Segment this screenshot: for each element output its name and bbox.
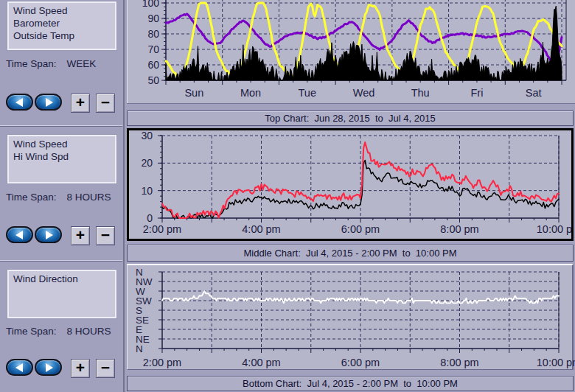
plus-icon: + [76, 226, 85, 243]
plus-icon: + [76, 359, 85, 376]
top-chart-svg: 5060708090100SunMonTueWedThuFriSat [127, 0, 575, 103]
svg-text:Sat: Sat [526, 87, 542, 99]
right-arrow-icon [46, 98, 53, 107]
timespan-value: 8 HOURS [67, 192, 111, 203]
list-item[interactable]: Outside Temp [13, 29, 115, 42]
minus-icon: − [101, 359, 110, 376]
scroll-left-button[interactable] [6, 226, 33, 243]
svg-text:4:00 pm: 4:00 pm [242, 357, 280, 368]
svg-text:2:00 pm: 2:00 pm [143, 357, 181, 368]
list-item[interactable]: Wind Speed [13, 138, 115, 150]
scroll-left-button[interactable] [6, 94, 33, 111]
list-item[interactable]: Wind Speed [13, 4, 115, 17]
top-chart-caption: Top Chart: Jun 28, 2015 to Jul 4, 2015 [127, 111, 574, 126]
svg-text:Wed: Wed [353, 87, 375, 99]
svg-text:80: 80 [147, 28, 159, 40]
svg-text:30: 30 [141, 130, 153, 141]
scroll-right-button[interactable] [35, 359, 62, 376]
list-item[interactable]: Wind Direction [13, 273, 115, 285]
svg-text:N: N [136, 343, 143, 354]
zoom-out-button[interactable]: − [96, 226, 115, 245]
minus-icon: − [101, 226, 110, 243]
svg-text:Mon: Mon [240, 87, 261, 99]
left-arrow-icon [15, 231, 23, 239]
vertical-divider [123, 0, 125, 392]
left-arrow-icon [15, 363, 23, 372]
left-arrow-icon [15, 98, 23, 107]
svg-text:10:00 pm: 10:00 pm [537, 223, 571, 235]
top-chart-series-list[interactable]: Wind Speed Barometer Outside Temp [7, 1, 116, 50]
middle-chart-svg: 01020302:00 pm4:00 pm6:00 pm8:00 pm10:00… [129, 130, 571, 239]
bottom-chart-caption: Bottom Chart: Jul 4, 2015 - 2:00 PM to 1… [127, 376, 574, 391]
plus-icon: + [76, 94, 85, 111]
svg-text:90: 90 [147, 13, 159, 24]
svg-text:100: 100 [142, 0, 160, 9]
scroll-right-button[interactable] [35, 94, 62, 111]
svg-text:Sun: Sun [184, 87, 203, 99]
minus-icon: − [101, 94, 110, 111]
scroll-right-button[interactable] [35, 226, 62, 243]
zoom-in-button[interactable]: + [71, 359, 90, 378]
svg-text:Tue: Tue [299, 87, 316, 99]
svg-text:6:00 pm: 6:00 pm [341, 357, 380, 368]
list-item[interactable]: Barometer [13, 17, 115, 29]
right-arrow-icon [46, 231, 53, 239]
svg-text:20: 20 [141, 157, 153, 169]
zoom-in-button[interactable]: + [71, 94, 90, 113]
timespan-value: 8 HOURS [67, 326, 111, 337]
right-arrow-icon [46, 363, 53, 372]
middle-chart-series-list[interactable]: Wind Speed Hi Wind Spd [7, 135, 116, 183]
timespan-value: WEEK [67, 58, 97, 69]
svg-text:8:00 pm: 8:00 pm [440, 357, 478, 368]
middle-chart-caption: Middle Chart: Jul 4, 2015 - 2:00 PM to 1… [127, 245, 574, 262]
svg-text:10:00 pm: 10:00 pm [537, 357, 575, 368]
svg-text:70: 70 [147, 43, 159, 55]
divider [0, 261, 122, 262]
svg-text:6:00 pm: 6:00 pm [341, 223, 380, 235]
divider [0, 126, 122, 127]
svg-text:4:00 pm: 4:00 pm [242, 223, 280, 235]
zoom-out-button[interactable]: − [96, 94, 115, 113]
svg-text:50: 50 [147, 74, 159, 86]
zoom-in-button[interactable]: + [71, 226, 90, 245]
zoom-out-button[interactable]: − [96, 359, 115, 378]
svg-text:10: 10 [141, 185, 153, 197]
list-item[interactable]: Hi Wind Spd [13, 150, 115, 163]
svg-text:8:00 pm: 8:00 pm [440, 223, 478, 235]
svg-text:2:00 pm: 2:00 pm [143, 223, 181, 235]
timespan-middle: Time Span:8 HOURS [6, 192, 111, 203]
bottom-chart-svg: NNWWSWSSEENEN2:00 pm4:00 pm6:00 pm8:00 p… [128, 265, 575, 368]
svg-text:0: 0 [147, 212, 153, 224]
timespan-bottom: Time Span:8 HOURS [6, 326, 111, 337]
svg-text:Fri: Fri [470, 87, 483, 99]
svg-text:60: 60 [147, 59, 159, 71]
weather-chart-window: Wind Speed Barometer Outside Temp Time S… [0, 0, 575, 392]
timespan-top: Time Span:WEEK [6, 58, 96, 69]
scroll-left-button[interactable] [6, 359, 33, 376]
svg-text:Thu: Thu [411, 87, 430, 99]
bottom-chart-series-list[interactable]: Wind Direction [7, 270, 116, 318]
